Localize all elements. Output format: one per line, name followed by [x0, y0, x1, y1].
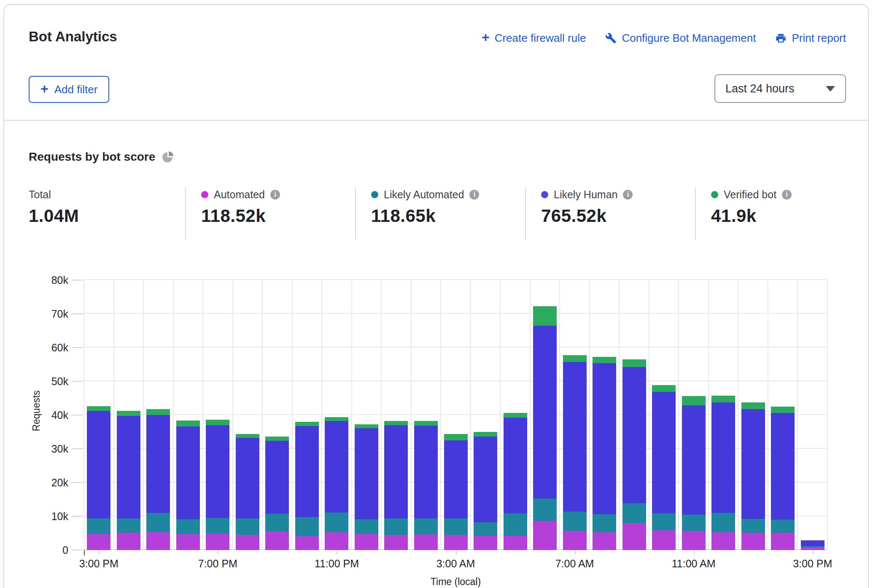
bar-segment-verified-bot[interactable] — [355, 424, 378, 429]
bar-segment-likely-automated[interactable] — [325, 512, 348, 532]
time-range-select[interactable]: Last 24 hours — [714, 74, 846, 103]
bar-segment-likely-automated[interactable] — [711, 513, 735, 532]
bar-segment-automated[interactable] — [682, 531, 706, 550]
bar-segment-automated[interactable] — [504, 536, 527, 550]
info-icon[interactable] — [782, 190, 792, 200]
bar-segment-likely-human[interactable] — [295, 426, 319, 517]
bar-segment-likely-human[interactable] — [414, 426, 438, 518]
bar-segment-verified-bot[interactable] — [236, 434, 259, 438]
bar-segment-verified-bot[interactable] — [206, 420, 229, 425]
bar-segment-verified-bot[interactable] — [176, 421, 200, 426]
bar-segment-automated[interactable] — [117, 533, 140, 550]
bar-segment-likely-human[interactable] — [563, 362, 587, 511]
bar-segment-automated[interactable] — [355, 534, 378, 550]
bar-segment-verified-bot[interactable] — [504, 413, 527, 417]
bar-segment-automated[interactable] — [325, 532, 348, 550]
bar-segment-likely-human[interactable] — [325, 421, 348, 512]
bar-segment-verified-bot[interactable] — [533, 306, 557, 326]
bar-segment-automated[interactable] — [236, 535, 259, 550]
bar-segment-verified-bot[interactable] — [265, 437, 289, 441]
bar-segment-likely-human[interactable] — [682, 405, 706, 515]
bar-segment-likely-automated[interactable] — [652, 513, 676, 530]
bar-segment-verified-bot[interactable] — [741, 402, 765, 410]
bar-segment-likely-automated[interactable] — [444, 518, 468, 535]
bar-segment-likely-automated[interactable] — [176, 519, 200, 534]
bar-segment-likely-automated[interactable] — [87, 518, 110, 534]
bar-segment-verified-bot[interactable] — [87, 406, 110, 410]
bar-segment-likely-automated[interactable] — [206, 518, 229, 534]
bar-segment-automated[interactable] — [384, 535, 408, 550]
print-report-link[interactable]: Print report — [775, 32, 846, 45]
bar-segment-likely-automated[interactable] — [295, 517, 319, 537]
configure-bot-management-link[interactable]: Configure Bot Management — [605, 32, 756, 45]
bar-segment-verified-bot[interactable] — [474, 432, 497, 437]
bar-segment-likely-automated[interactable] — [117, 518, 140, 533]
bar-segment-likely-automated[interactable] — [414, 518, 438, 534]
bar-segment-likely-automated[interactable] — [563, 512, 587, 531]
bar-segment-likely-human[interactable] — [652, 392, 676, 513]
bar-segment-verified-bot[interactable] — [117, 411, 140, 416]
bar-segment-automated[interactable] — [563, 531, 587, 550]
bar-segment-likely-automated[interactable] — [533, 499, 557, 521]
bar-segment-verified-bot[interactable] — [771, 407, 795, 413]
bar-segment-automated[interactable] — [295, 536, 319, 550]
bar-segment-likely-human[interactable] — [533, 326, 557, 499]
bar-segment-likely-automated[interactable] — [265, 514, 289, 531]
bar-segment-verified-bot[interactable] — [711, 396, 735, 402]
add-filter-button[interactable]: + Add filter — [29, 76, 109, 103]
bar-segment-verified-bot[interactable] — [146, 409, 170, 415]
bar-segment-automated[interactable] — [176, 534, 200, 550]
bar-segment-likely-human[interactable] — [741, 409, 765, 518]
bar-segment-likely-human[interactable] — [265, 441, 289, 514]
bar-segment-likely-automated[interactable] — [622, 503, 646, 523]
bar-segment-verified-bot[interactable] — [682, 396, 706, 405]
bar-segment-automated[interactable] — [444, 535, 468, 550]
bar-segment-likely-automated[interactable] — [355, 519, 378, 534]
bar-segment-likely-human[interactable] — [146, 415, 170, 513]
bar-segment-likely-automated[interactable] — [236, 518, 259, 535]
bar-segment-likely-human[interactable] — [711, 402, 735, 513]
create-firewall-rule-link[interactable]: + Create firewall rule — [482, 31, 586, 45]
bar-segment-likely-human[interactable] — [355, 428, 378, 519]
bar-segment-verified-bot[interactable] — [652, 385, 676, 392]
bar-segment-likely-automated[interactable] — [682, 515, 706, 531]
bar-segment-automated[interactable] — [711, 532, 735, 550]
bar-segment-verified-bot[interactable] — [325, 417, 348, 421]
bar-segment-automated[interactable] — [652, 530, 676, 550]
info-icon[interactable] — [270, 190, 280, 200]
bar-segment-likely-human[interactable] — [176, 426, 200, 519]
bar-segment-automated[interactable] — [265, 531, 289, 550]
bar-segment-likely-human[interactable] — [504, 418, 527, 513]
bar-segment-likely-automated[interactable] — [801, 546, 824, 548]
bar-segment-likely-human[interactable] — [444, 440, 468, 518]
bar-segment-verified-bot[interactable] — [444, 434, 468, 440]
bar-segment-likely-human[interactable] — [801, 540, 824, 546]
bar-segment-likely-automated[interactable] — [504, 513, 527, 536]
bar-segment-verified-bot[interactable] — [563, 355, 587, 362]
bar-segment-automated[interactable] — [593, 532, 616, 550]
bar-segment-likely-automated[interactable] — [593, 514, 616, 532]
bar-segment-likely-automated[interactable] — [771, 520, 795, 533]
info-icon[interactable] — [623, 190, 633, 200]
bar-segment-likely-human[interactable] — [622, 367, 646, 503]
bar-segment-verified-bot[interactable] — [622, 359, 646, 367]
bar-segment-automated[interactable] — [414, 534, 438, 550]
bar-segment-automated[interactable] — [146, 532, 170, 550]
bar-segment-likely-automated[interactable] — [384, 518, 408, 535]
bar-segment-automated[interactable] — [622, 523, 646, 550]
bar-segment-likely-human[interactable] — [236, 438, 259, 518]
bar-segment-likely-human[interactable] — [384, 425, 408, 518]
bar-segment-verified-bot[interactable] — [414, 421, 438, 426]
bar-segment-automated[interactable] — [206, 534, 229, 550]
bar-segment-likely-automated[interactable] — [146, 513, 170, 532]
bar-segment-likely-human[interactable] — [117, 416, 140, 518]
bar-segment-automated[interactable] — [87, 534, 110, 550]
bar-segment-likely-automated[interactable] — [741, 519, 765, 533]
bar-segment-automated[interactable] — [533, 521, 557, 550]
info-icon[interactable] — [469, 190, 479, 200]
bar-segment-likely-human[interactable] — [206, 425, 229, 518]
bar-segment-likely-human[interactable] — [87, 411, 110, 518]
bar-segment-likely-human[interactable] — [593, 363, 616, 514]
bar-segment-verified-bot[interactable] — [295, 422, 319, 426]
bar-segment-verified-bot[interactable] — [593, 357, 616, 363]
